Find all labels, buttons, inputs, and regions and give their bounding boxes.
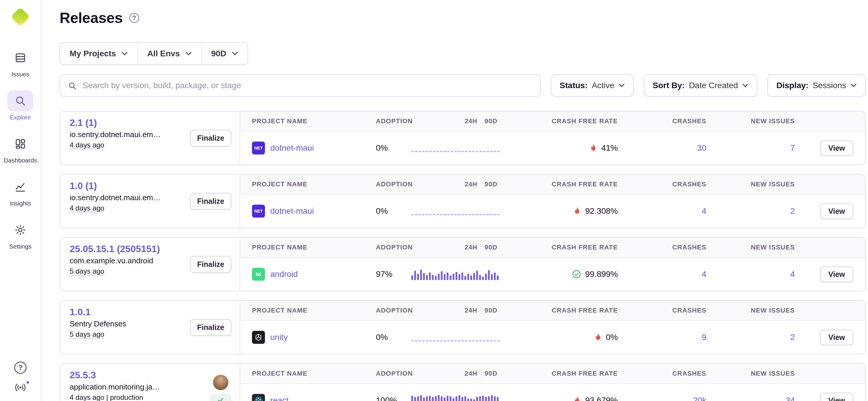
page-header: Releases ?: [60, 9, 866, 27]
release-card: 1.0.1 Sentry Defenses 5 days ago Finaliz…: [60, 300, 866, 355]
release-date[interactable]: 4 days ago: [70, 393, 104, 401]
column-chart-range: 24H 90D: [411, 118, 506, 125]
help-icon[interactable]: ?: [14, 362, 27, 374]
release-info-panel: 1.0 (1) io.sentry.dotnet.maui.em… 4 days…: [60, 174, 240, 228]
project-filter-dropdown[interactable]: My Projects: [60, 43, 138, 64]
check-icon: [217, 396, 224, 401]
release-date[interactable]: 4 days ago: [70, 204, 104, 212]
release-actions: Finalize: [190, 180, 231, 222]
display-label: Display:: [776, 81, 808, 90]
release-table: PROJECT NAME ADOPTION 24H 90D CRASH FREE…: [240, 238, 865, 291]
sidebar-item-label: Insights: [10, 200, 31, 207]
column-crash-free-rate: CRASH FREE RATE: [506, 307, 618, 314]
explore-icon: [7, 90, 33, 111]
adoption-stage-check[interactable]: [210, 394, 231, 401]
project-link[interactable]: dotnet-maui: [270, 206, 314, 216]
view-button[interactable]: View: [820, 203, 853, 219]
release-version-link[interactable]: 25.5.3: [70, 370, 160, 381]
finalize-button[interactable]: Finalize: [190, 256, 231, 273]
adoption-value: 0%: [376, 206, 411, 216]
release-date[interactable]: 5 days ago: [70, 330, 104, 338]
sentry-logo[interactable]: [10, 7, 30, 27]
column-chart-range: 24H 90D: [411, 243, 506, 251]
project-link[interactable]: android: [270, 269, 298, 279]
crash-free-value: 41%: [601, 143, 618, 153]
crashes-link[interactable]: 9: [702, 333, 706, 342]
adoption-chart: [411, 331, 500, 343]
sort-by-value: Date Created: [689, 81, 738, 90]
release-version-link[interactable]: 1.0 (1): [70, 180, 161, 191]
broadcast-icon[interactable]: [7, 380, 33, 395]
new-issues-link[interactable]: 2: [790, 206, 795, 216]
chevron-down-icon: [231, 52, 238, 56]
releases-list: 2.1 (1) io.sentry.dotnet.maui.em… 4 days…: [60, 111, 866, 401]
new-issues-link[interactable]: 4: [790, 269, 795, 279]
release-card: 25.5.3 application.monitoring.ja… 4 days…: [60, 363, 866, 401]
adoption-value: 0%: [376, 333, 411, 342]
project-link[interactable]: dotnet-maui: [270, 143, 314, 153]
chevron-down-icon: [618, 83, 625, 88]
column-chart-range: 24H 90D: [411, 307, 506, 314]
crashes-link[interactable]: 4: [702, 206, 706, 216]
finalize-button[interactable]: Finalize: [190, 193, 231, 210]
status-filter-dropdown[interactable]: Status: Active: [551, 74, 634, 97]
release-date-line: 4 days ago: [70, 204, 161, 212]
sidebar-item-issues[interactable]: Issues: [7, 47, 33, 78]
view-button[interactable]: View: [820, 267, 853, 282]
sidebar-item-settings[interactable]: Settings: [7, 220, 33, 250]
view-button[interactable]: View: [820, 393, 853, 401]
sidebar-item-dashboards[interactable]: Dashboards: [4, 133, 37, 164]
project-link[interactable]: unity: [270, 333, 288, 342]
releases-help-icon[interactable]: ?: [129, 13, 139, 23]
release-date[interactable]: 5 days ago: [70, 267, 104, 275]
sidebar-item-label: Dashboards: [4, 157, 37, 164]
no-adoption-dash: [411, 214, 500, 215]
sort-by-dropdown[interactable]: Sort By: Date Created: [644, 74, 757, 97]
environment-filter-dropdown[interactable]: All Envs: [138, 43, 202, 64]
column-chart-range: 24H 90D: [411, 180, 506, 188]
new-issues-link[interactable]: 34: [786, 396, 795, 401]
crashes-link[interactable]: 20k: [693, 396, 706, 401]
display-value: Sessions: [812, 81, 846, 90]
new-issues-link[interactable]: 7: [790, 143, 795, 153]
release-version-link[interactable]: 2.1 (1): [70, 118, 161, 128]
release-package: io.sentry.dotnet.maui.em…: [70, 193, 161, 202]
release-table-header: PROJECT NAME ADOPTION 24H 90D CRASH FREE…: [240, 174, 865, 195]
insights-icon: [7, 176, 33, 198]
sidebar-item-explore[interactable]: Explore: [7, 90, 33, 121]
column-adoption: ADOPTION: [376, 180, 411, 188]
crashes-link[interactable]: 30: [697, 143, 706, 153]
release-actions: Finalize: [190, 307, 231, 348]
release-card: 1.0 (1) io.sentry.dotnet.maui.em… 4 days…: [60, 174, 866, 228]
release-table: PROJECT NAME ADOPTION 24H 90D CRASH FREE…: [240, 364, 865, 401]
release-date[interactable]: 4 days ago: [70, 141, 104, 149]
release-version-link[interactable]: 1.0.1: [70, 307, 126, 318]
search-input[interactable]: [60, 81, 540, 90]
release-table: PROJECT NAME ADOPTION 24H 90D CRASH FREE…: [240, 174, 865, 228]
column-24h-label: 24H: [465, 243, 478, 251]
sidebar-item-insights[interactable]: Insights: [7, 176, 33, 207]
release-actions: Finalize: [190, 118, 231, 159]
finalize-button[interactable]: Finalize: [190, 130, 231, 146]
new-issues-link[interactable]: 2: [790, 333, 795, 342]
view-button[interactable]: View: [820, 330, 853, 345]
crash-free-value: 0%: [606, 333, 618, 342]
column-90d-label: 90D: [485, 370, 497, 377]
view-button[interactable]: View: [820, 140, 853, 156]
release-actions: Finalize: [190, 243, 231, 285]
display-dropdown[interactable]: Display: Sessions: [767, 74, 866, 97]
column-90d-label: 90D: [485, 307, 497, 314]
release-version-link[interactable]: 25.05.15.1 (2505151): [70, 243, 160, 255]
crash-free-poor-icon: [589, 144, 597, 152]
release-date-line: 4 days ago: [70, 141, 161, 149]
project-link[interactable]: react: [270, 396, 288, 401]
date-range-dropdown[interactable]: 90D: [202, 43, 248, 64]
crashes-link[interactable]: 4: [702, 269, 706, 279]
finalize-button[interactable]: Finalize: [190, 319, 231, 336]
release-author-avatar[interactable]: [213, 375, 228, 390]
project-filter-value: My Projects: [70, 49, 116, 58]
search-box[interactable]: [60, 74, 541, 97]
column-chart-range: 24H 90D: [411, 370, 506, 377]
release-date-line: 4 days ago | production: [70, 393, 160, 401]
release-table-header: PROJECT NAME ADOPTION 24H 90D CRASH FREE…: [240, 364, 865, 384]
